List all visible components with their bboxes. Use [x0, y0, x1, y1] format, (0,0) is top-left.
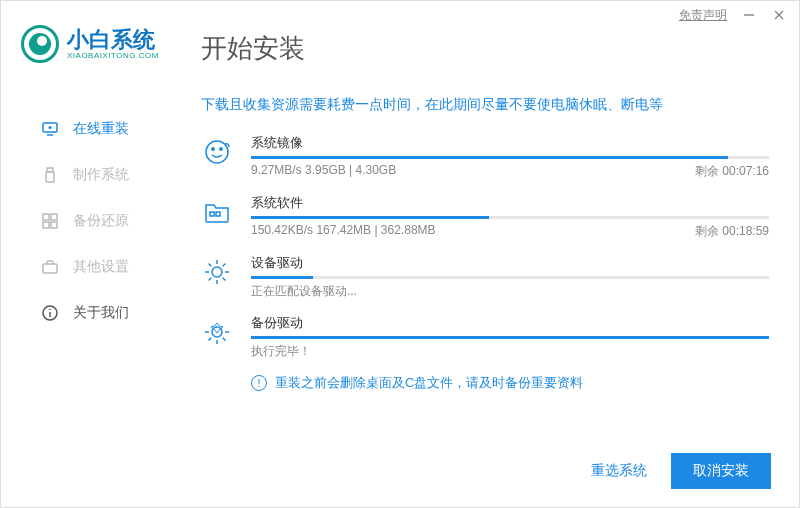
warning-text: 重装之前会删除桌面及C盘文件，请及时备份重要资料	[275, 374, 583, 392]
sidebar-item-label: 在线重装	[73, 120, 129, 138]
svg-point-4	[49, 126, 52, 129]
task-title: 系统软件	[251, 194, 769, 212]
toolbox-icon	[41, 258, 59, 276]
sidebar-item-backup-restore[interactable]: 备份还原	[31, 198, 171, 244]
task-row-system-image: 系统镜像 9.27MB/s 3.95GB | 4.30GB 剩余 00:07:1…	[201, 134, 769, 180]
svg-point-18	[220, 148, 222, 150]
face-icon	[201, 136, 233, 168]
sidebar-item-label: 关于我们	[73, 304, 129, 322]
svg-line-28	[209, 278, 212, 281]
task-row-backup-driver: 备份驱动 执行完毕！	[201, 314, 769, 360]
progress-bar	[251, 276, 769, 279]
task-remain: 剩余 00:18:59	[695, 223, 769, 240]
page-title: 开始安装	[201, 31, 305, 66]
task-stats: 9.27MB/s 3.95GB | 4.30GB	[251, 163, 396, 180]
svg-rect-20	[216, 212, 220, 216]
svg-rect-8	[43, 214, 49, 220]
task-title: 备份驱动	[251, 314, 769, 332]
sidebar-item-online-reinstall[interactable]: 在线重装	[31, 106, 171, 152]
sidebar-item-label: 制作系统	[73, 166, 129, 184]
svg-rect-10	[43, 222, 49, 228]
task-status: 执行完毕！	[251, 343, 769, 360]
progress-bar	[251, 216, 769, 219]
svg-line-26	[209, 264, 212, 267]
sidebar-item-other-settings[interactable]: 其他设置	[31, 244, 171, 290]
sidebar-item-label: 其他设置	[73, 258, 129, 276]
svg-point-17	[212, 148, 214, 150]
gear-icon	[201, 256, 233, 288]
reselect-system-button[interactable]: 重选系统	[587, 454, 651, 488]
warning-row: ! 重装之前会删除桌面及C盘文件，请及时备份重要资料	[251, 374, 769, 392]
svg-point-21	[212, 267, 222, 277]
sidebar-item-about[interactable]: 关于我们	[31, 290, 171, 336]
progress-bar	[251, 156, 769, 159]
close-icon[interactable]	[771, 7, 787, 23]
svg-point-16	[206, 141, 228, 163]
svg-line-29	[223, 264, 226, 267]
disclaimer-link[interactable]: 免责声明	[679, 7, 727, 24]
logo-icon	[21, 25, 59, 63]
task-title: 系统镜像	[251, 134, 769, 152]
svg-rect-7	[46, 172, 54, 182]
svg-rect-12	[43, 264, 57, 273]
gear-sparkle-icon	[201, 316, 233, 348]
task-status: 正在匹配设备驱动...	[251, 283, 769, 300]
progress-bar	[251, 336, 769, 339]
monitor-icon	[41, 120, 59, 138]
info-icon	[41, 304, 59, 322]
sidebar: 在线重装 制作系统 备份还原 其他设置 关于我们	[31, 106, 171, 336]
usb-icon	[41, 166, 59, 184]
svg-line-27	[223, 278, 226, 281]
sidebar-item-create-system[interactable]: 制作系统	[31, 152, 171, 198]
svg-line-35	[223, 338, 226, 341]
minimize-icon[interactable]	[741, 7, 757, 23]
task-remain: 剩余 00:07:16	[695, 163, 769, 180]
folder-icon	[201, 196, 233, 228]
svg-rect-11	[51, 222, 57, 228]
app-logo: 小白系统 XIAOBAIXITONG.COM	[21, 25, 159, 63]
task-row-system-software: 系统软件 150.42KB/s 167.42MB | 362.88MB 剩余 0…	[201, 194, 769, 240]
grid-icon	[41, 212, 59, 230]
sidebar-item-label: 备份还原	[73, 212, 129, 230]
svg-line-34	[209, 338, 212, 341]
logo-text-en: XIAOBAIXITONG.COM	[67, 51, 159, 60]
task-title: 设备驱动	[251, 254, 769, 272]
task-stats: 150.42KB/s 167.42MB | 362.88MB	[251, 223, 436, 240]
logo-text-cn: 小白系统	[67, 29, 159, 51]
cancel-install-button[interactable]: 取消安装	[671, 453, 771, 489]
main-tip: 下载且收集资源需要耗费一点时间，在此期间尽量不要使电脑休眠、断电等	[201, 96, 769, 114]
warning-icon: !	[251, 375, 267, 391]
svg-rect-9	[51, 214, 57, 220]
svg-rect-19	[210, 212, 214, 216]
svg-point-15	[49, 309, 51, 311]
task-row-device-driver: 设备驱动 正在匹配设备驱动...	[201, 254, 769, 300]
